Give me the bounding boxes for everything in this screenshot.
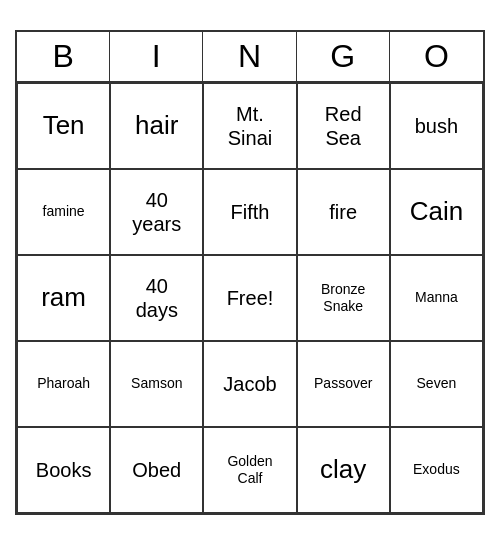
cell-text: ram [41, 282, 86, 313]
bingo-cell: Cain [390, 169, 483, 255]
bingo-cell: BronzeSnake [297, 255, 390, 341]
bingo-cell: Pharoah [17, 341, 110, 427]
cell-text: famine [43, 203, 85, 220]
cell-text: Obed [132, 458, 181, 482]
cell-text: Fifth [231, 200, 270, 224]
cell-text: BronzeSnake [321, 281, 365, 315]
cell-text: Seven [417, 375, 457, 392]
bingo-cell: 40years [110, 169, 203, 255]
bingo-cell: RedSea [297, 83, 390, 169]
bingo-cell: ram [17, 255, 110, 341]
bingo-cell: Obed [110, 427, 203, 513]
header-letter: G [297, 32, 390, 81]
bingo-cell: Samson [110, 341, 203, 427]
bingo-cell: Mt.Sinai [203, 83, 296, 169]
header-letter: O [390, 32, 483, 81]
header-letter: I [110, 32, 203, 81]
cell-text: RedSea [325, 102, 362, 150]
bingo-grid: TenhairMt.SinaiRedSeabushfamine40yearsFi… [17, 83, 483, 513]
cell-text: 40years [132, 188, 181, 236]
cell-text: bush [415, 114, 458, 138]
bingo-cell: bush [390, 83, 483, 169]
bingo-cell: Passover [297, 341, 390, 427]
bingo-cell: Ten [17, 83, 110, 169]
bingo-cell: Seven [390, 341, 483, 427]
header-letter: N [203, 32, 296, 81]
bingo-cell: fire [297, 169, 390, 255]
bingo-card: BINGO TenhairMt.SinaiRedSeabushfamine40y… [15, 30, 485, 515]
cell-text: Samson [131, 375, 182, 392]
cell-text: Cain [410, 196, 463, 227]
bingo-cell: 40days [110, 255, 203, 341]
bingo-cell: Manna [390, 255, 483, 341]
bingo-cell: Fifth [203, 169, 296, 255]
bingo-cell: Jacob [203, 341, 296, 427]
cell-text: Passover [314, 375, 372, 392]
bingo-cell: Books [17, 427, 110, 513]
cell-text: hair [135, 110, 178, 141]
bingo-cell: Exodus [390, 427, 483, 513]
bingo-cell: Free! [203, 255, 296, 341]
bingo-cell: famine [17, 169, 110, 255]
cell-text: Pharoah [37, 375, 90, 392]
cell-text: Ten [43, 110, 85, 141]
cell-text: Books [36, 458, 92, 482]
cell-text: Jacob [223, 372, 276, 396]
header-letter: B [17, 32, 110, 81]
bingo-cell: hair [110, 83, 203, 169]
cell-text: 40days [136, 274, 178, 322]
cell-text: Exodus [413, 461, 460, 478]
cell-text: Manna [415, 289, 458, 306]
cell-text: Free! [227, 286, 274, 310]
bingo-cell: clay [297, 427, 390, 513]
bingo-cell: GoldenCalf [203, 427, 296, 513]
cell-text: fire [329, 200, 357, 224]
bingo-header: BINGO [17, 32, 483, 83]
cell-text: clay [320, 454, 366, 485]
cell-text: GoldenCalf [227, 453, 272, 487]
cell-text: Mt.Sinai [228, 102, 272, 150]
